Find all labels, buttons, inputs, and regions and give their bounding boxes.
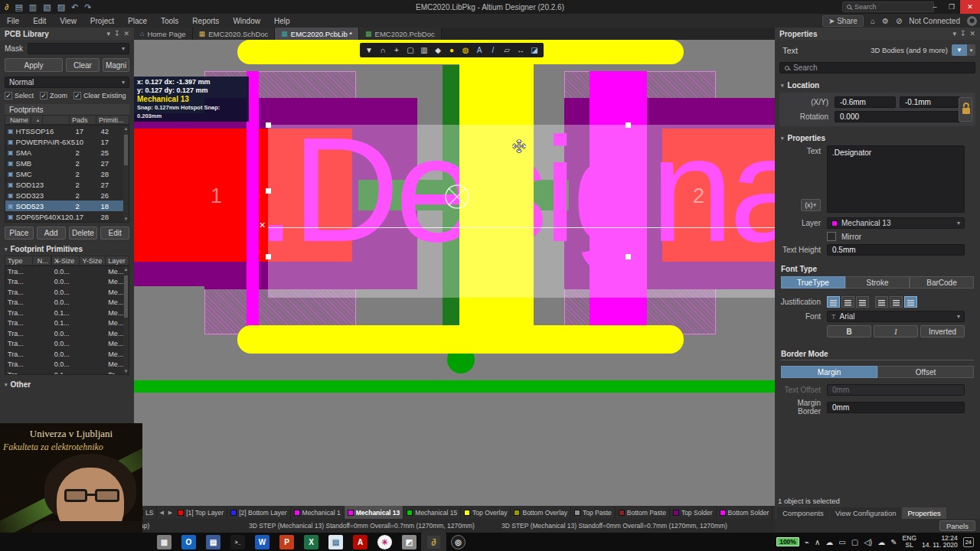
- properties-section-header[interactable]: ▾ Properties: [781, 134, 980, 142]
- y-field[interactable]: -0.1mm: [900, 96, 961, 108]
- mode-dropdown[interactable]: Normal ▾: [5, 77, 129, 88]
- tab-properties[interactable]: Properties: [902, 507, 946, 519]
- taskbar-chat-icon[interactable]: ◩: [402, 535, 416, 549]
- global-search-input[interactable]: Search: [842, 2, 934, 12]
- margin-tab[interactable]: Margin: [781, 366, 877, 378]
- minimize-button[interactable]: –: [926, 0, 943, 14]
- footprints-list[interactable]: ▣HTSSOP161742 ▣POWERPAIR-6X51017 ▣SMA225…: [5, 125, 129, 223]
- placement-stats-icon[interactable]: ▥: [418, 44, 430, 56]
- battery-indicator[interactable]: 100%: [776, 537, 799, 546]
- panel-pin-icon[interactable]: ↧: [960, 30, 966, 37]
- primitive-row[interactable]: Tra...0.0...Me...: [5, 266, 129, 277]
- scroll-up-icon[interactable]: ▲: [123, 126, 129, 131]
- taskbar-notepad-icon[interactable]: ▤: [328, 535, 343, 549]
- truetype-tab[interactable]: TrueType: [781, 276, 845, 289]
- select-checkbox[interactable]: ✓ Select: [5, 92, 34, 99]
- add-button[interactable]: Add: [37, 227, 66, 240]
- layer-tab-mech15[interactable]: Mechanical 15: [403, 506, 461, 519]
- language-indicator[interactable]: ENGSL: [903, 535, 916, 549]
- footprint-row[interactable]: ▣HTSSOP161742: [5, 126, 129, 136]
- menu-file[interactable]: File: [0, 17, 26, 25]
- justify-middle-button[interactable]: [890, 296, 903, 308]
- cursor-cross-icon[interactable]: +: [390, 44, 403, 56]
- tab-view-configuration[interactable]: View Configuration: [830, 507, 902, 519]
- selection-handle[interactable]: [266, 254, 271, 259]
- layer-tab-top[interactable]: [1] Top Layer: [175, 506, 227, 519]
- settings-gear-icon[interactable]: ⚙: [882, 17, 889, 25]
- primitive-row[interactable]: Tra...0.0...Me...: [5, 339, 129, 350]
- justify-right-button[interactable]: [856, 296, 869, 308]
- layer-tab-bottom-paste[interactable]: Bottom Paste: [616, 506, 670, 519]
- bold-button[interactable]: B: [827, 325, 871, 337]
- menu-edit[interactable]: Edit: [26, 17, 53, 25]
- edit-button[interactable]: Edit: [100, 227, 129, 240]
- footprints-scrollbar[interactable]: ▲ ▼: [123, 126, 129, 222]
- justify-bottom-button[interactable]: [904, 296, 917, 308]
- taskbar-altium-icon[interactable]: ∂: [426, 535, 441, 549]
- x-field[interactable]: -0.6mm: [835, 96, 896, 108]
- line-icon[interactable]: /: [487, 44, 499, 56]
- properties-search-input[interactable]: Search: [779, 62, 975, 73]
- taskbar-remote-desktop-icon[interactable]: ▦: [157, 535, 172, 549]
- layer-tab-top-overlay[interactable]: Top Overlay: [461, 506, 511, 519]
- maximize-button[interactable]: ❐: [943, 0, 960, 14]
- footprint-row[interactable]: ▣SOD323226: [5, 190, 129, 201]
- layer-tab-drill-guide[interactable]: Drill Guide: [773, 506, 775, 519]
- 3d-body-bottom-bar[interactable]: [237, 325, 684, 354]
- delete-button[interactable]: Delete: [69, 227, 98, 240]
- footprint-row[interactable]: ▣SOP65P640X120...1728: [5, 211, 129, 222]
- taskbar-terminal-icon[interactable]: >_: [230, 535, 245, 549]
- share-button[interactable]: ➤ Share: [822, 15, 864, 27]
- primitives-section-header[interactable]: ▾ Footprint Primitives: [5, 245, 129, 253]
- primitive-row[interactable]: Tra...0.1...Te...: [5, 370, 129, 375]
- cloud-sync-icon[interactable]: ☁: [877, 538, 885, 546]
- magnify-button[interactable]: Magni: [103, 58, 129, 72]
- rotation-field[interactable]: 0.000: [835, 111, 961, 122]
- panel-pin-icon[interactable]: ↧: [114, 30, 120, 37]
- selection-handle[interactable]: [626, 122, 631, 128]
- menu-help[interactable]: Help: [267, 17, 297, 25]
- margin-border-field[interactable]: 0mm: [827, 402, 965, 413]
- taskbar-slack-icon[interactable]: ✳: [377, 535, 392, 549]
- primitives-table-header[interactable]: Type N... ▲ X-Size Y-Size Layer: [5, 256, 129, 266]
- menu-tools[interactable]: Tools: [154, 17, 185, 25]
- layer-tab-top-paste[interactable]: Top Paste: [571, 506, 616, 519]
- primitive-row[interactable]: Tra...0.0...Me...: [5, 349, 129, 360]
- justify-left-button[interactable]: [827, 296, 840, 308]
- taskbar-obs-icon[interactable]: ◎: [451, 535, 466, 549]
- volume-icon[interactable]: ◁): [864, 538, 872, 546]
- panel-close-icon[interactable]: ✕: [969, 30, 975, 37]
- notification-badge[interactable]: 24: [963, 537, 974, 547]
- dimension-icon[interactable]: ↔: [514, 44, 527, 56]
- taskbar-word-icon[interactable]: W: [255, 535, 270, 549]
- layer-tab-top-solder[interactable]: Top Solder: [670, 506, 717, 519]
- taskbar-acrobat-icon[interactable]: A: [353, 535, 368, 549]
- filter-icon[interactable]: ▼: [363, 44, 375, 56]
- layer-tab-mech1[interactable]: Mechanical 1: [291, 506, 345, 519]
- snap-magnet-icon[interactable]: ∩: [377, 44, 389, 56]
- pcb-editor-canvas[interactable]: 1 2 .Designator ✕: [134, 40, 775, 506]
- via-icon[interactable]: ◍: [459, 44, 472, 56]
- string-icon[interactable]: A: [473, 44, 485, 56]
- special-string-button[interactable]: (x)+: [801, 199, 821, 211]
- clear-button[interactable]: Clear: [66, 58, 100, 72]
- scroll-down-icon[interactable]: ▼: [123, 217, 129, 221]
- footprint-row[interactable]: ▣SMC228: [5, 168, 129, 179]
- primitive-row[interactable]: Tra...0.1...Me...: [5, 308, 129, 318]
- justify-top-button[interactable]: [875, 296, 888, 308]
- footprint-row[interactable]: ▣SMB227: [5, 158, 129, 168]
- primitive-row[interactable]: Tra...0.0...Me...: [5, 328, 129, 339]
- network-icon[interactable]: ▢: [851, 538, 858, 546]
- primitive-row[interactable]: Tra...0.0...Me...: [5, 298, 129, 308]
- inverted-button[interactable]: Inverted: [920, 325, 965, 337]
- taskbar-outlook-icon[interactable]: O: [181, 535, 196, 549]
- clock[interactable]: 12:2414. 11. 2020: [922, 535, 958, 549]
- panel-dropdown-icon[interactable]: ▾: [106, 30, 110, 37]
- apply-button[interactable]: Apply: [5, 58, 63, 72]
- connection-status[interactable]: Not Connected: [909, 17, 960, 25]
- home-icon[interactable]: ⌂: [871, 17, 875, 25]
- selection-handle[interactable]: [266, 188, 271, 194]
- tab-schdoc[interactable]: ▦ EMC2020.SchDoc: [193, 28, 276, 40]
- scroll-down-icon[interactable]: ▼: [123, 369, 129, 373]
- primitive-row[interactable]: Tra...0.0...Me...: [5, 277, 129, 288]
